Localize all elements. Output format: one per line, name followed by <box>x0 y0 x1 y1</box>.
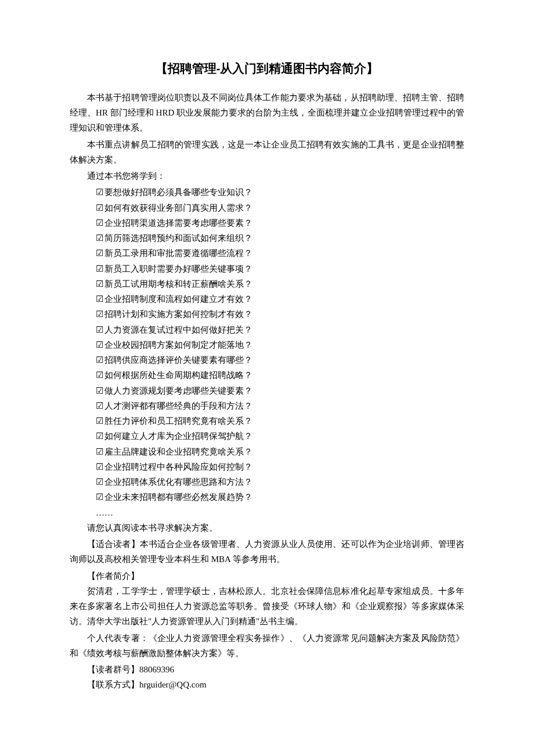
list-item: 如何有效获得业务部门真实用人需求？ <box>96 200 464 215</box>
ellipsis: …… <box>96 505 464 520</box>
suitable-readers: 【适合读者】本书适合企业各级管理者、人力资源从业人员使用、还可以作为企业培训师、… <box>70 537 464 567</box>
list-item: 企业招聘渠道选择需要考虑哪些要素？ <box>96 215 464 231</box>
closing-read: 请您认真阅读本书寻求解决方案。 <box>70 520 464 535</box>
page-title: 【招聘管理-从入门到精通图书内容简介】 <box>70 58 464 80</box>
list-item: 企业招聘体系优化有哪些思路和方法？ <box>96 474 464 489</box>
list-item: 招聘计划和实施方案如何控制才有效？ <box>96 307 464 322</box>
list-item: 人才测评都有哪些经典的手段和方法？ <box>96 398 464 413</box>
list-item: 如何建立人才库为企业招聘保驾护航？ <box>96 429 464 444</box>
list-item: 雇主品牌建设和企业招聘究竟啥关系？ <box>96 444 464 459</box>
list-item: 如何根据所处生命周期构建招聘战略？ <box>96 368 464 383</box>
list-item: 企业未来招聘都有哪些必然发展趋势？ <box>96 489 464 505</box>
list-item: 人力资源在复试过程中如何做好把关？ <box>96 322 464 337</box>
author-label: 【作者简介】 <box>70 568 464 584</box>
list-item: 做人力资源规划要考虑哪些关键要素？ <box>96 383 464 398</box>
list-item: 新员工试用期考核和转正薪酬啥关系？ <box>96 276 464 291</box>
intro-paragraph-1: 本书基于招聘管理岗位职责以及不同岗位具体工作能力要求为基础，从招聘助理、招聘主管… <box>70 90 464 136</box>
list-item: 企业招聘过程中各种风险应如何控制？ <box>96 459 464 474</box>
reader-group: 【读者群号】88069396 <box>70 662 464 677</box>
list-item: 要想做好招聘必须具备哪些专业知识？ <box>96 185 464 200</box>
contact-info: 【联系方式】hrguider@QQ.com <box>70 677 464 692</box>
list-item: 新员工入职时需要办好哪些关键事项？ <box>96 261 464 276</box>
checklist: 要想做好招聘必须具备哪些专业知识？ 如何有效获得业务部门真实用人需求？ 企业招聘… <box>96 185 464 505</box>
list-item: 招聘供应商选择评价关键要素有哪些？ <box>96 352 464 368</box>
author-paragraph-2: 个人代表专著：《企业人力资源管理全程实务操作》、《人力资源常见问题解决方案及风险… <box>70 631 464 661</box>
learn-intro: 通过本书您将学到： <box>70 168 464 183</box>
intro-paragraph-2: 本书重点讲解员工招聘的管理实践，这是一本让企业员工招聘有效实施的工具书，更是企业… <box>70 137 464 168</box>
list-item: 简历筛选招聘预约和面试如何来组织？ <box>96 231 464 246</box>
list-item: 新员工录用和审批需要遵循哪些流程？ <box>96 246 464 261</box>
author-paragraph-1: 贺清君，工学学士，管理学硕士，吉林松原人。北京社会保障信息标准化起草专家组成员。… <box>70 584 464 629</box>
list-item: 企业招聘制度和流程如何建立才有效？ <box>96 291 464 307</box>
list-item: 胜任力评价和员工招聘究竟有啥关系？ <box>96 413 464 429</box>
list-item: 企业校园招聘方案如何制定才能落地？ <box>96 337 464 352</box>
